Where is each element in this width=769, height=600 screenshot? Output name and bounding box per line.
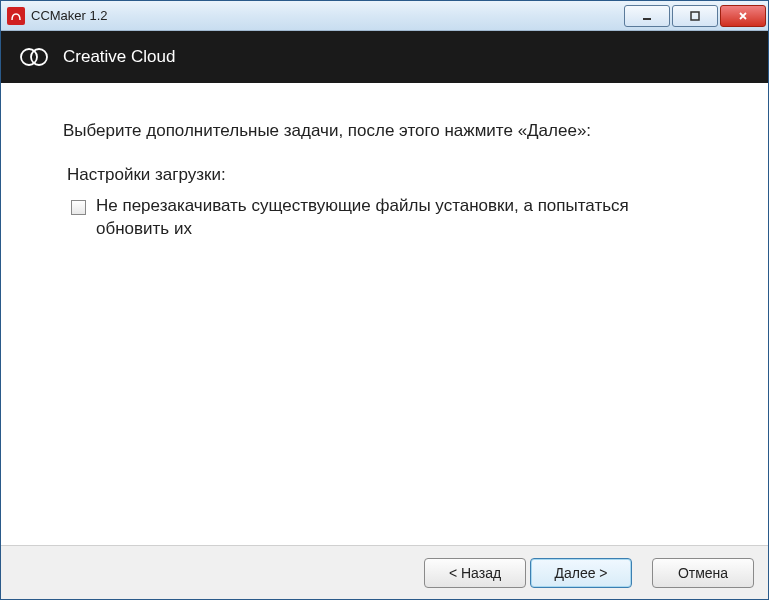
svg-rect-1 xyxy=(691,12,699,20)
creative-cloud-icon xyxy=(19,47,49,67)
header-title: Creative Cloud xyxy=(63,47,175,67)
section-label: Настройки загрузки: xyxy=(67,165,706,185)
content-area: Выберите дополнительные задачи, после эт… xyxy=(5,83,764,545)
svg-point-3 xyxy=(31,49,47,65)
checkbox-label[interactable]: Не перезакачивать существующие файлы уст… xyxy=(96,195,676,241)
nav-button-group: < Назад Далее > xyxy=(424,558,632,588)
next-button[interactable]: Далее > xyxy=(530,558,632,588)
svg-rect-0 xyxy=(643,18,651,20)
titlebar[interactable]: CCMaker 1.2 xyxy=(1,1,768,31)
instruction-text: Выберите дополнительные задачи, после эт… xyxy=(63,121,706,141)
window-title: CCMaker 1.2 xyxy=(31,8,624,23)
close-button[interactable] xyxy=(720,5,766,27)
installer-window: CCMaker 1.2 Creative Cloud Выберите допо… xyxy=(0,0,769,600)
app-icon xyxy=(7,7,25,25)
window-controls xyxy=(624,5,766,27)
checkbox-row: Не перезакачивать существующие файлы уст… xyxy=(71,195,706,241)
minimize-button[interactable] xyxy=(624,5,670,27)
installer-header: Creative Cloud xyxy=(1,31,768,83)
reuse-files-checkbox[interactable] xyxy=(71,200,86,215)
cancel-button[interactable]: Отмена xyxy=(652,558,754,588)
footer: < Назад Далее > Отмена xyxy=(1,545,768,599)
back-button[interactable]: < Назад xyxy=(424,558,526,588)
maximize-button[interactable] xyxy=(672,5,718,27)
